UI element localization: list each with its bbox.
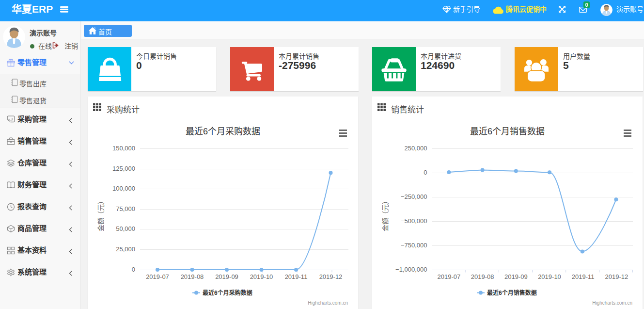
svg-text:2019-11: 2019-11 (572, 273, 595, 280)
svg-text:25,000: 25,000 (116, 245, 135, 253)
svg-text:0: 0 (424, 169, 427, 176)
svg-text:2019-09: 2019-09 (504, 273, 528, 280)
svg-text:100,000: 100,000 (112, 185, 135, 192)
svg-text:2019-09: 2019-09 (215, 273, 238, 280)
svg-text:金额（元）: 金额（元） (381, 197, 389, 231)
svg-text:−1,000,000: −1,000,000 (395, 266, 427, 273)
svg-text:最近6个月采购数据: 最近6个月采购数据 (186, 127, 260, 136)
svg-text:金额（元）: 金额（元） (97, 197, 105, 231)
svg-text:−250,000: −250,000 (401, 193, 427, 200)
svg-text:2019-07: 2019-07 (146, 273, 169, 280)
svg-text:0: 0 (132, 266, 135, 273)
svg-text:最近6个月销售数据: 最近6个月销售数据 (487, 289, 537, 296)
svg-text:125,000: 125,000 (112, 165, 135, 172)
svg-text:75,000: 75,000 (116, 205, 135, 212)
svg-text:−750,000: −750,000 (401, 242, 427, 249)
svg-text:最近6个月采购数据: 最近6个月采购数据 (203, 289, 252, 296)
svg-text:2019-08: 2019-08 (471, 273, 494, 280)
svg-text:2019-12: 2019-12 (605, 273, 628, 280)
svg-text:最近6个月销售数据: 最近6个月销售数据 (470, 127, 545, 136)
svg-text:2019-10: 2019-10 (250, 273, 273, 280)
svg-text:2019-10: 2019-10 (538, 273, 561, 280)
svg-text:Highcharts.com.cn: Highcharts.com.cn (308, 300, 348, 306)
svg-text:2019-08: 2019-08 (181, 273, 204, 280)
svg-text:2019-12: 2019-12 (319, 273, 343, 280)
svg-text:2019-11: 2019-11 (285, 273, 308, 280)
svg-text:150,000: 150,000 (112, 145, 135, 152)
svg-text:−500,000: −500,000 (401, 217, 427, 225)
svg-text:50,000: 50,000 (116, 225, 135, 232)
svg-text:250,000: 250,000 (405, 145, 427, 152)
svg-text:2019-07: 2019-07 (438, 273, 461, 280)
svg-text:Highcharts.com.cn: Highcharts.com.cn (592, 300, 632, 306)
